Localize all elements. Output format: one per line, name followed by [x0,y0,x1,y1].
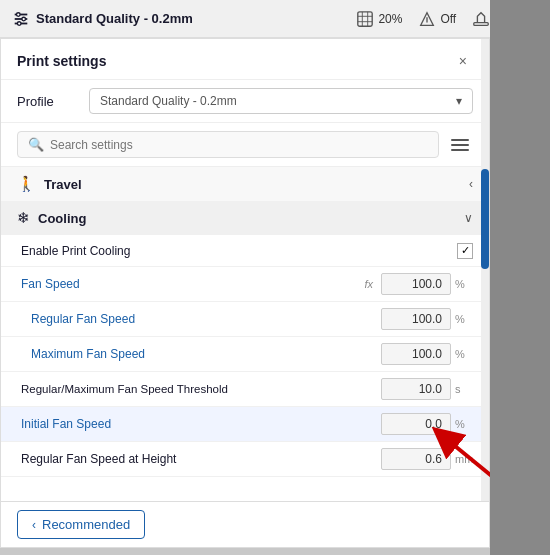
travel-section-label: Travel [44,177,461,192]
maximum-fan-speed-unit: % [455,348,473,360]
recommended-button[interactable]: ‹ Recommended [17,510,145,539]
enable-cooling-label: Enable Print Cooling [21,244,457,258]
cooling-icon: ❄ [17,209,30,227]
adhesion-icon [472,10,490,28]
svg-point-4 [22,17,26,21]
scrollbar-thumb[interactable] [481,169,489,269]
initial-fan-speed-value-wrap: % [381,413,473,435]
initial-fan-speed-input[interactable] [381,413,451,435]
height-input[interactable] [381,448,451,470]
travel-icon: 🚶 [17,175,36,193]
support-value: Off [440,12,456,26]
menu-line-2 [451,144,469,146]
threshold-row: Regular/Maximum Fan Speed Threshold s [1,372,489,407]
right-side-panel [490,0,550,555]
regular-fan-speed-row: Regular Fan Speed % [1,302,489,337]
travel-section-chevron: ‹ [469,177,473,191]
height-row: Regular Fan Speed at Height mm [1,442,489,477]
threshold-unit: s [455,383,473,395]
infill-control[interactable]: 20% [356,10,402,28]
fan-speed-row: Fan Speed fx % [1,267,489,302]
fan-speed-input[interactable] [381,273,451,295]
top-bar-profile-name: Standard Quality - 0.2mm [36,11,193,26]
svg-point-3 [17,12,21,16]
height-value-wrap: mm [381,448,473,470]
scrollbar[interactable] [481,39,489,547]
enable-cooling-row: Enable Print Cooling ✓ [1,235,489,267]
fan-speed-label: Fan Speed [21,277,364,291]
enable-cooling-check-box[interactable]: ✓ [457,243,473,259]
profile-select-chevron: ▾ [456,94,462,108]
svg-point-5 [17,21,21,25]
top-bar-title: Standard Quality - 0.2mm [12,10,193,28]
initial-fan-speed-label: Initial Fan Speed [21,417,381,431]
cooling-section-chevron: ∨ [464,211,473,225]
search-icon: 🔍 [28,137,44,152]
profile-select[interactable]: Standard Quality - 0.2mm ▾ [89,88,473,114]
regular-fan-speed-label: Regular Fan Speed [31,312,381,326]
formula-icon: fx [364,278,373,290]
recommended-chevron: ‹ [32,518,36,532]
close-button[interactable]: × [453,51,473,71]
fan-speed-unit: % [455,278,473,290]
panel-header: Print settings × [1,39,489,80]
height-label: Regular Fan Speed at Height [21,452,381,466]
enable-cooling-checkbox[interactable]: ✓ [457,243,473,259]
travel-section-header[interactable]: 🚶 Travel ‹ [1,167,489,201]
profile-label: Profile [17,94,77,109]
regular-fan-speed-value-wrap: % [381,308,473,330]
cooling-section-header[interactable]: ❄ Cooling ∨ [1,201,489,235]
menu-line-3 [451,149,469,151]
filter-menu-button[interactable] [447,135,473,155]
bottom-bar: ‹ Recommended [1,501,489,547]
settings-sliders-icon [12,10,30,28]
profile-row: Profile Standard Quality - 0.2mm ▾ [1,80,489,123]
height-unit: mm [455,453,473,465]
maximum-fan-speed-input[interactable] [381,343,451,365]
threshold-label: Regular/Maximum Fan Speed Threshold [21,383,381,395]
cooling-settings-content: Enable Print Cooling ✓ Fan Speed fx % Re… [1,235,489,477]
threshold-input[interactable] [381,378,451,400]
maximum-fan-speed-label: Maximum Fan Speed [31,347,381,361]
top-bar: Standard Quality - 0.2mm 20% Off [0,0,550,38]
initial-fan-speed-row: Initial Fan Speed % [1,407,489,442]
enable-cooling-value-wrap: ✓ [457,243,473,259]
maximum-fan-speed-row: Maximum Fan Speed % [1,337,489,372]
recommended-label: Recommended [42,517,130,532]
fan-speed-value-wrap: fx % [364,273,473,295]
regular-fan-speed-unit: % [455,313,473,325]
infill-icon [356,10,374,28]
search-box: 🔍 [17,131,439,158]
support-control[interactable]: Off [418,10,456,28]
support-icon [418,10,436,28]
infill-value: 20% [378,12,402,26]
initial-fan-speed-unit: % [455,418,473,430]
svg-rect-13 [474,22,488,25]
regular-fan-speed-input[interactable] [381,308,451,330]
search-input[interactable] [50,138,428,152]
profile-select-value: Standard Quality - 0.2mm [100,94,237,108]
print-settings-panel: Print settings × Profile Standard Qualit… [0,38,490,548]
threshold-value-wrap: s [381,378,473,400]
panel-title: Print settings [17,53,106,69]
menu-line-1 [451,139,469,141]
svg-rect-6 [358,11,372,25]
cooling-section-label: Cooling [38,211,456,226]
maximum-fan-speed-value-wrap: % [381,343,473,365]
search-row: 🔍 [1,123,489,167]
